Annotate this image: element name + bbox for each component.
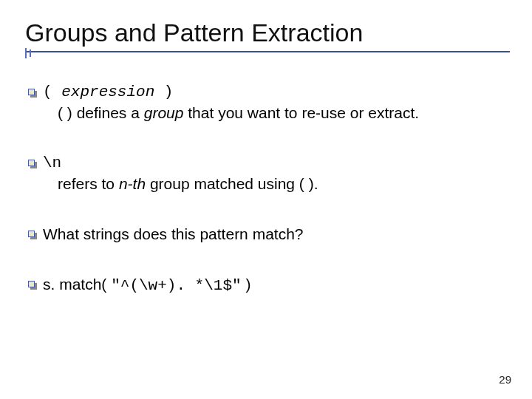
group-desc: ( ) defines a group that you want to re-…: [58, 103, 419, 122]
text: that you want to re-use or extract.: [183, 104, 419, 121]
text: What strings does this pattern match?: [43, 225, 304, 242]
slide: Groups and Pattern Extraction ( expressi…: [0, 0, 532, 399]
backref-signature: \n: [43, 154, 61, 172]
slide-title: Groups and Pattern Extraction: [25, 19, 510, 47]
text: group matched using ( ).: [146, 175, 318, 192]
bullet-icon: [28, 231, 35, 238]
expression-token: expression: [61, 83, 154, 100]
text: ): [242, 276, 251, 293]
italic-group: group: [144, 104, 184, 121]
bullet-icon: [28, 89, 35, 96]
bullet-icon: [28, 160, 35, 167]
text: ( ) defines a: [58, 104, 144, 121]
regex-literal: "^(\w+). *\1$": [111, 277, 241, 294]
backref-token: \n: [43, 154, 61, 171]
slide-number: 29: [499, 373, 511, 386]
italic-nth: n-th: [119, 175, 146, 192]
backref-desc: refers to n-th group matched using ( ).: [58, 174, 318, 193]
bullet-icon: [28, 281, 35, 288]
title-rule-outline: [18, 45, 517, 60]
text: refers to: [58, 175, 119, 192]
paren-close: ): [154, 83, 173, 100]
code-line: s. match( "^(\w+). *\1$" ): [43, 275, 250, 295]
title-rule: [25, 51, 510, 57]
title-block: Groups and Pattern Extraction: [25, 19, 510, 57]
text: s. match(: [43, 276, 111, 293]
paren-open: (: [43, 83, 61, 100]
group-signature: ( expression ): [43, 83, 173, 101]
question-line: What strings does this pattern match?: [43, 225, 304, 243]
